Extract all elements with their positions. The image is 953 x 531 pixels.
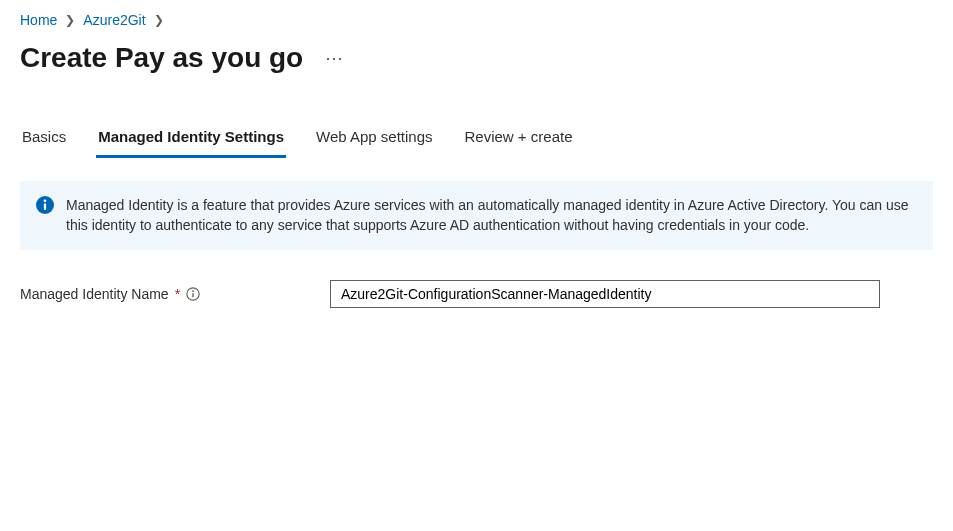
managed-identity-name-input[interactable]: [330, 280, 880, 308]
more-icon[interactable]: ⋯: [321, 45, 349, 71]
chevron-right-icon: ❯: [154, 13, 164, 27]
tab-review-create[interactable]: Review + create: [463, 122, 575, 158]
info-text: Managed Identity is a feature that provi…: [66, 195, 917, 236]
page-title: Create Pay as you go: [20, 42, 303, 74]
tab-managed-identity-settings[interactable]: Managed Identity Settings: [96, 122, 286, 158]
tabs: Basics Managed Identity Settings Web App…: [20, 122, 933, 159]
chevron-right-icon: ❯: [65, 13, 75, 27]
svg-rect-5: [192, 293, 193, 297]
form-row-managed-identity-name: Managed Identity Name *: [20, 280, 933, 308]
info-icon: [36, 196, 54, 214]
svg-rect-2: [44, 203, 46, 210]
managed-identity-name-label: Managed Identity Name *: [20, 286, 330, 302]
svg-point-1: [44, 199, 47, 202]
info-box: Managed Identity is a feature that provi…: [20, 181, 933, 250]
breadcrumb: Home ❯ Azure2Git ❯: [20, 12, 933, 28]
svg-point-4: [192, 290, 194, 292]
tab-basics[interactable]: Basics: [20, 122, 68, 158]
tab-web-app-settings[interactable]: Web App settings: [314, 122, 434, 158]
required-asterisk: *: [175, 286, 180, 302]
info-circle-icon[interactable]: [186, 287, 200, 301]
breadcrumb-azure2git[interactable]: Azure2Git: [83, 12, 145, 28]
label-text: Managed Identity Name: [20, 286, 169, 302]
breadcrumb-home[interactable]: Home: [20, 12, 57, 28]
